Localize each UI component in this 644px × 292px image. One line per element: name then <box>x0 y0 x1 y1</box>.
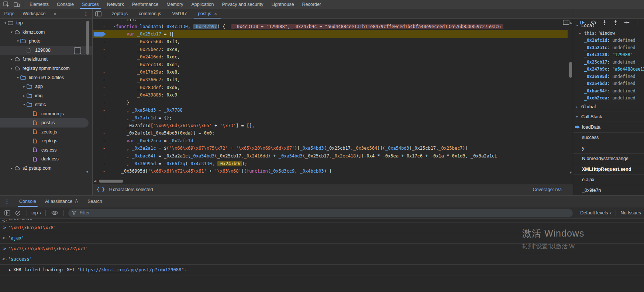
code-line[interactable]: - var _0xeb2cea = _0x2afc1d <box>92 137 568 145</box>
console-message[interactable]: '\x73\x75\x63\x63\x65\x73\x73'> <box>0 244 644 254</box>
panel-tab-memory[interactable]: Memory <box>162 0 187 9</box>
gutter[interactable]: - <box>92 38 116 46</box>
code-line[interactable]: - , _0xa54bd3 = _0x7788 <box>92 106 568 114</box>
tree-item-app[interactable]: ▸app <box>0 82 92 91</box>
tree-scroll-down-icon[interactable]: ▼ <box>86 170 89 174</box>
step-over-icon[interactable] <box>590 20 596 26</box>
panel-tab-lighthouse[interactable]: Lighthouse <box>267 0 298 9</box>
panel-tab-sources[interactable]: Sources <box>78 0 103 9</box>
scope-variable-_0xa54bd3[interactable]: _0xa54bd3: undefined <box>573 80 644 88</box>
tree-scrollbar[interactable] <box>86 21 89 55</box>
code-line[interactable]: - } <box>92 99 568 107</box>
editor-scroll-down-icon[interactable]: ▼ <box>569 171 572 174</box>
code-line[interactable]: - , _0x3a2a1c = $('\x66\x69\x67\x75\x72'… <box>92 145 568 152</box>
tree-item-static[interactable]: ▾static <box>0 100 92 109</box>
code-line[interactable]: - _0x2afc1d['\x69\x6d\x61\x67\x65' + '\x… <box>92 122 568 129</box>
navigator-editor-divider[interactable] <box>92 9 93 195</box>
gutter[interactable]: - <box>92 45 116 53</box>
tree-item-libre-ui/1.3.0/files[interactable]: ▾libre-ui/1.3.0/files <box>0 73 92 82</box>
call-stack-frame-e.ajax[interactable]: e.ajax <box>573 174 644 185</box>
gutter[interactable]: - <box>92 129 116 137</box>
panel-tab-console[interactable]: Console <box>53 0 78 9</box>
caret-down-icon[interactable]: ▾ <box>9 30 14 34</box>
navigator-menu-icon[interactable]: ⋮ <box>83 11 89 17</box>
gutter[interactable]: -▾ <box>92 23 116 31</box>
toggle-navigator-icon[interactable] <box>94 11 102 17</box>
step-icon[interactable] <box>624 20 630 26</box>
code-line[interactable]: - _0x2ec418: 0xd1, <box>92 61 568 69</box>
caret-down-icon[interactable]: ▾ <box>3 21 8 25</box>
file-tab-VM197[interactable]: VM197 <box>167 9 193 18</box>
log-levels-selector[interactable]: Default levels ▾ <box>580 210 611 215</box>
tree-item-f.meizitu.net[interactable]: ▸f.meizitu.net <box>0 55 92 64</box>
caret-right-icon[interactable]: ▸ <box>22 85 27 88</box>
tree-item-dark.css[interactable]: dark.css <box>0 155 92 164</box>
inspect-element-icon[interactable] <box>2 1 10 8</box>
tree-item-zecto.js[interactable]: zecto.js <box>0 128 92 137</box>
console-sidebar-icon[interactable] <box>4 210 11 216</box>
scope-variable-_0xeb2cea[interactable]: _0xeb2cea: undefined <box>573 95 644 102</box>
drawer-tab-console[interactable]: Console <box>15 196 41 207</box>
scope-variable-_0x247b9c[interactable]: _0x247b9c: "a6d4488cee131b11e8479cffe0ce… <box>573 66 644 73</box>
gutter[interactable]: - <box>92 84 116 91</box>
tree-item-s2.pstatp.com[interactable]: ▸s2.pstatp.com <box>0 164 92 173</box>
hscroll-thumb[interactable] <box>99 180 123 183</box>
call-stack-header[interactable]: ▾ Call Stack <box>573 112 644 122</box>
caret-down-icon[interactable]: ▾ <box>9 67 14 70</box>
code-line[interactable]: - , _0x36995d = _0x66f3q(_0x4c3130, _0x2… <box>92 160 568 167</box>
caret-right-icon[interactable]: ▸ <box>9 57 14 61</box>
more-tabs-icon[interactable]: » <box>54 11 56 17</box>
toggle-debugger-sidebar-icon[interactable] <box>562 19 570 25</box>
tree-item-kkmzt.com[interactable]: ▾kkmzt.com <box>0 28 92 37</box>
gutter[interactable]: - <box>92 68 116 76</box>
tab-page[interactable]: Page <box>4 11 14 16</box>
gutter[interactable]: - <box>92 76 116 84</box>
gutter[interactable]: - <box>92 160 116 167</box>
step-into-icon[interactable] <box>602 20 607 26</box>
code-line[interactable]: - _0x283def: 0xd6, <box>92 84 568 91</box>
tree-item-common.js[interactable]: common.js <box>0 109 92 118</box>
scope-variable-_0xbac64f[interactable]: _0xbac64f: undefined <box>573 87 644 95</box>
gutter[interactable]: - <box>92 114 116 122</box>
tree-item-129088[interactable]: 129088 <box>0 46 92 55</box>
code-line[interactable]: - _0x439885: 0xc9 <box>92 91 568 99</box>
close-tab-icon[interactable]: × <box>214 11 217 17</box>
code-line[interactable]: -▾function loadData(_0x4c3130, _0x247b9c… <box>92 23 568 31</box>
caret-down-icon[interactable]: ▾ <box>22 103 27 106</box>
code-line[interactable]: }}}; <box>92 18 568 23</box>
coverage-link[interactable]: Coverage: n/a <box>533 187 562 192</box>
scope-variable-_0x36995d[interactable]: _0x36995d: undefined <box>573 73 644 80</box>
console-message[interactable]: XHR failed loading: GET "https://kkmzt.c… <box>0 265 644 275</box>
panel-tab-application[interactable]: Application <box>187 0 218 9</box>
code-line[interactable]: - _0x3360c7: 0xf3, <box>92 76 568 84</box>
caret-down-icon[interactable]: ▾ <box>16 39 20 43</box>
gutter[interactable]: - <box>92 122 116 129</box>
caret-right-icon[interactable]: ▸ <box>9 166 14 170</box>
tree-item-photo[interactable]: ▾photo <box>0 37 92 46</box>
caret-right-icon[interactable]: ▸ <box>579 31 584 35</box>
editor-horizontal-scrollbar[interactable]: ◀ <box>92 178 573 184</box>
panel-tab-recorder[interactable]: Recorder <box>298 0 325 9</box>
execution-line[interactable]: var _0x25cb17 = { <box>92 30 568 38</box>
gutter[interactable]: - <box>92 61 116 69</box>
scope-variable-_0x4c3130[interactable]: _0x4c3130: "129088" <box>573 51 644 59</box>
code-line[interactable]: - _0x25bec7: 0xc8, <box>92 45 568 53</box>
caret-right-icon[interactable]: ▸ <box>22 94 27 98</box>
code-line[interactable]: - , _0xbac64f = _0x3a2a1c[_0xa54bd3(_0x2… <box>92 152 568 160</box>
step-out-icon[interactable] <box>613 20 619 26</box>
call-stack-frame-_0x9fe7n[interactable]: _0x9fe7n <box>573 185 644 195</box>
console-message[interactable]: 'success'<· <box>0 254 644 265</box>
gutter[interactable]: - <box>92 137 116 145</box>
scope-variable-_0x2afc1d[interactable]: _0x2afc1d: undefined <box>573 37 644 44</box>
caret-down-icon[interactable]: ▾ <box>16 76 20 79</box>
gutter[interactable]: - <box>92 145 116 152</box>
file-tab-post.js[interactable]: post.js× <box>192 9 223 18</box>
console-filter-input[interactable]: Filter <box>68 209 573 217</box>
editor-vertical-scrollbar[interactable] <box>569 62 572 78</box>
gutter[interactable]: - <box>92 152 116 160</box>
drawer-tab-ai-assistance[interactable]: AI assistance <box>41 196 83 207</box>
code-editor[interactable]: }}};-▾function loadData(_0x4c3130, _0x24… <box>92 18 573 178</box>
console-prompt[interactable] <box>0 275 644 286</box>
code-line[interactable]: - , _0x2afc1d = {}; <box>92 114 568 122</box>
gutter[interactable]: - <box>92 167 116 175</box>
